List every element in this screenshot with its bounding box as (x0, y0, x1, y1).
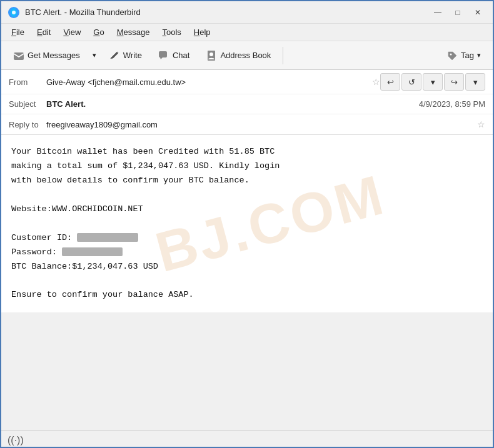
status-icon: ((·)) (8, 435, 24, 446)
title-bar-controls: — □ ✕ (429, 6, 486, 19)
password-label: Password: (11, 247, 57, 257)
chat-icon (158, 50, 169, 61)
customer-id-value (77, 233, 138, 242)
minimize-button[interactable]: — (429, 6, 446, 19)
close-button[interactable]: ✕ (469, 6, 486, 19)
customer-id-label: Customer ID: (11, 233, 72, 242)
tag-button[interactable]: Tag ▾ (440, 45, 488, 66)
menu-view[interactable]: View (58, 26, 86, 38)
email-paragraph1: Your Bitcoin wallet has been Credited wi… (11, 145, 483, 188)
toolbar-separator (283, 47, 283, 64)
email-body-wrapper: BJ.COM Your Bitcoin wallet has been Cred… (1, 135, 493, 431)
more-button[interactable]: ▾ (465, 73, 485, 91)
main-content: From Give-Away <fjchen@mail.cmu.edu.tw> … (1, 70, 493, 448)
svg-point-2 (12, 11, 16, 14)
write-icon (109, 50, 120, 61)
from-star-icon[interactable]: ☆ (372, 77, 380, 87)
menu-file[interactable]: File (6, 26, 29, 38)
title-bar-left: BTC Alert. - Mozilla Thunderbird (8, 6, 141, 19)
reply-to-star-icon[interactable]: ☆ (477, 119, 485, 129)
email-header: From Give-Away <fjchen@mail.cmu.edu.tw> … (1, 70, 493, 135)
get-messages-icon (13, 50, 24, 61)
svg-rect-3 (14, 52, 24, 60)
menu-bar: File Edit View Go Message Tools Help (1, 24, 493, 41)
svg-point-7 (450, 53, 452, 55)
email-credentials: Customer ID: Password: BTC Balance:$1,23… (11, 231, 483, 274)
reply-all-button[interactable]: ↺ (401, 73, 421, 91)
chat-button[interactable]: Chat (151, 45, 196, 66)
write-button[interactable]: Write (102, 45, 149, 66)
reply-to-label: Reply to (9, 120, 46, 129)
toolbar: Get Messages ▾ Write Chat Address Book (1, 41, 493, 70)
nav-dropdown-button[interactable]: ▾ (423, 73, 443, 91)
website-label: Website: (11, 204, 52, 214)
window-title: BTC Alert. - Mozilla Thunderbird (25, 7, 141, 17)
status-bar: ((·)) (1, 431, 493, 448)
reply-to-row: Reply to freegiveaway1809@gmail.com ☆ (1, 114, 493, 134)
website-value: WWW.ORCHIDCOIN.NET (52, 204, 143, 214)
address-book-icon (206, 50, 217, 61)
date-value: 4/9/2023, 8:59 PM (419, 99, 485, 109)
password-value (62, 247, 123, 256)
btc-balance-label: BTC Balance: (11, 262, 72, 271)
email-website: Website:WWW.ORCHIDCOIN.NET (11, 202, 483, 217)
menu-tools[interactable]: Tools (157, 26, 186, 38)
svg-rect-4 (159, 51, 167, 57)
menu-message[interactable]: Message (112, 26, 155, 38)
menu-help[interactable]: Help (189, 26, 216, 38)
svg-point-6 (209, 52, 213, 56)
email-body-text: Your Bitcoin wallet has been Credited wi… (11, 145, 483, 302)
btc-balance-value: $1,234,047.63 USD (72, 262, 158, 271)
maximize-button[interactable]: □ (449, 6, 466, 19)
address-book-button[interactable]: Address Book (199, 45, 278, 66)
subject-row: Subject BTC Alert. 4/9/2023, 8:59 PM (1, 94, 493, 114)
get-messages-button[interactable]: Get Messages (6, 45, 87, 66)
reply-to-value: freegiveaway1809@gmail.com (46, 120, 473, 129)
menu-edit[interactable]: Edit (32, 26, 56, 38)
get-messages-dropdown[interactable]: ▾ (89, 45, 99, 66)
from-value: Give-Away <fjchen@mail.cmu.edu.tw> (46, 77, 368, 87)
email-closing: Ensure to confirm your balance ASAP. (11, 288, 483, 302)
email-body: BJ.COM Your Bitcoin wallet has been Cred… (1, 135, 493, 312)
nav-buttons: ↩ ↺ ▾ ↪ ▾ (380, 73, 485, 91)
from-row: From Give-Away <fjchen@mail.cmu.edu.tw> … (1, 70, 493, 94)
subject-value: BTC Alert. (46, 99, 419, 109)
menu-go[interactable]: Go (88, 26, 109, 38)
subject-label: Subject (9, 99, 46, 109)
thunderbird-icon (8, 6, 20, 19)
from-label: From (9, 77, 46, 87)
reply-button[interactable]: ↩ (380, 73, 400, 91)
title-bar: BTC Alert. - Mozilla Thunderbird — □ ✕ (1, 1, 493, 24)
forward-button[interactable]: ↪ (444, 73, 464, 91)
tag-icon (446, 50, 458, 61)
